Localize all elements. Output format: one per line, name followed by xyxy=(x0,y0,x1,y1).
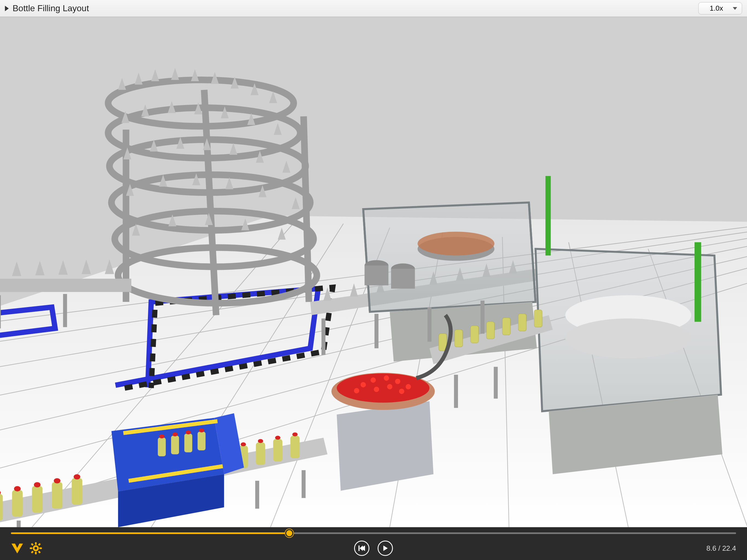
svg-rect-25 xyxy=(0,279,131,292)
svg-point-73 xyxy=(74,474,80,479)
svg-point-60 xyxy=(387,384,392,389)
svg-rect-46 xyxy=(470,326,479,343)
svg-point-53 xyxy=(337,374,430,403)
svg-rect-48 xyxy=(502,318,510,335)
scrub-fill xyxy=(11,532,289,534)
svg-rect-84 xyxy=(290,436,300,458)
playback-toolbar: 8.6 / 22.4 xyxy=(0,527,747,560)
svg-rect-80 xyxy=(256,442,265,465)
time-display: 8.6 / 22.4 xyxy=(706,544,736,553)
svg-point-71 xyxy=(54,478,60,483)
speed-select-wrap: 1.0x xyxy=(698,2,742,15)
svg-point-81 xyxy=(258,439,263,443)
svg-point-96 xyxy=(186,430,191,434)
svg-point-55 xyxy=(370,377,376,383)
svg-point-54 xyxy=(361,382,366,387)
scrub-row xyxy=(0,527,747,539)
svg-point-39 xyxy=(565,319,691,358)
svg-point-79 xyxy=(241,442,246,447)
viewport-3d[interactable] xyxy=(0,17,747,527)
svg-rect-97 xyxy=(198,432,206,450)
svg-point-85 xyxy=(292,432,298,436)
svg-rect-42 xyxy=(695,242,701,322)
svg-rect-49 xyxy=(518,314,526,331)
svg-rect-93 xyxy=(171,436,179,455)
svg-rect-95 xyxy=(184,434,192,452)
svg-point-62 xyxy=(399,389,404,394)
svg-rect-66 xyxy=(12,490,23,516)
scrub-handle[interactable] xyxy=(285,529,293,537)
svg-rect-45 xyxy=(455,330,463,347)
svg-point-92 xyxy=(159,434,164,439)
speed-value: 1.0x xyxy=(710,4,723,12)
svg-rect-36 xyxy=(391,269,415,289)
disclosure-triangle-icon[interactable] xyxy=(5,6,9,11)
page-title: Bottle Filling Layout xyxy=(12,3,89,14)
svg-rect-70 xyxy=(52,482,62,509)
svg-point-59 xyxy=(374,387,379,392)
scene-render xyxy=(0,17,747,527)
controls-left xyxy=(11,542,42,555)
rewind-button[interactable] xyxy=(354,541,369,556)
svg-point-69 xyxy=(34,482,41,487)
svg-point-58 xyxy=(406,384,411,389)
svg-point-61 xyxy=(354,388,359,393)
svg-rect-47 xyxy=(486,322,494,339)
controls-center xyxy=(354,541,393,556)
scrub-track[interactable] xyxy=(11,532,736,534)
svg-point-56 xyxy=(384,376,389,381)
svg-rect-64 xyxy=(0,494,3,520)
svg-rect-112 xyxy=(35,552,36,554)
playback-speed-select[interactable]: 1.0x xyxy=(698,2,742,15)
svg-rect-41 xyxy=(545,176,551,256)
svg-point-94 xyxy=(173,432,178,436)
svg-point-83 xyxy=(275,436,280,440)
time-separator: / xyxy=(718,544,722,552)
svg-rect-91 xyxy=(158,438,166,456)
controls-row: 8.6 / 22.4 xyxy=(0,539,747,560)
svg-rect-72 xyxy=(72,478,82,505)
header-bar: Bottle Filling Layout 1.0x xyxy=(0,0,747,17)
svg-rect-119 xyxy=(358,545,360,551)
svg-rect-50 xyxy=(534,310,542,327)
svg-point-67 xyxy=(14,486,21,491)
svg-rect-82 xyxy=(273,439,282,462)
svg-point-98 xyxy=(199,429,204,433)
svg-rect-117 xyxy=(31,551,34,554)
current-time: 8.6 xyxy=(706,544,716,552)
svg-rect-111 xyxy=(35,542,36,545)
play-button[interactable] xyxy=(378,541,393,556)
svg-point-110 xyxy=(34,546,38,551)
svg-point-31 xyxy=(417,232,494,255)
app-logo-icon[interactable] xyxy=(11,542,24,555)
svg-point-57 xyxy=(395,379,400,384)
header-left: Bottle Filling Layout xyxy=(5,3,89,14)
svg-rect-34 xyxy=(364,265,388,285)
settings-gear-icon[interactable] xyxy=(29,542,42,555)
svg-rect-118 xyxy=(38,551,41,554)
total-time: 22.4 xyxy=(722,544,736,552)
svg-rect-68 xyxy=(32,486,43,513)
svg-rect-113 xyxy=(30,548,32,549)
svg-rect-114 xyxy=(40,548,42,549)
svg-rect-116 xyxy=(38,543,41,546)
svg-rect-115 xyxy=(31,543,34,546)
